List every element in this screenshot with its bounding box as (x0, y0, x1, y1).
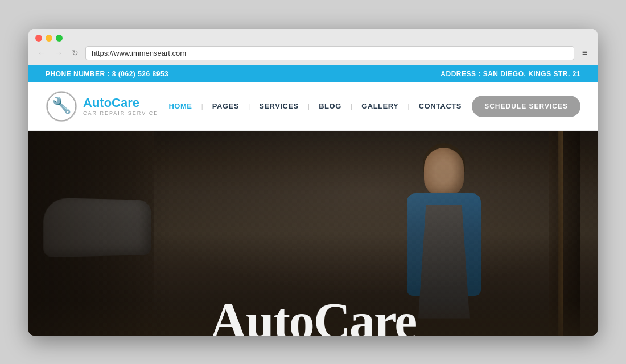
browser-chrome: ← → ↻ ≡ (28, 29, 598, 65)
hero-title: AutoCare (28, 296, 598, 336)
nav-home[interactable]: HOME (159, 102, 201, 110)
logo-area[interactable]: 🔧 AutoCare CAR REPAIR SERVICE (46, 90, 158, 122)
maximize-button[interactable] (56, 35, 63, 42)
nav-services[interactable]: SERVICES (250, 102, 308, 110)
svg-text:🔧: 🔧 (52, 96, 72, 115)
close-button[interactable] (35, 35, 42, 42)
nav-blog[interactable]: BLOG (310, 102, 351, 110)
address-bar[interactable] (85, 46, 574, 60)
top-bar: PHONE NUMBER : 8 (062) 526 8953 ADDRESS … (28, 65, 598, 82)
phone-number: PHONE NUMBER : 8 (062) 526 8953 (46, 70, 168, 78)
window-controls (35, 35, 591, 42)
person-head (424, 148, 464, 196)
schedule-services-button[interactable]: SCHEDULE SERVICES (472, 96, 580, 117)
browser-toolbar: ← → ↻ ≡ (35, 46, 591, 60)
logo-text: AutoCare CAR REPAIR SERVICE (83, 96, 158, 115)
back-button[interactable]: ← (35, 47, 48, 59)
nav-contacts[interactable]: CONTACTS (410, 102, 471, 110)
browser-menu-button[interactable]: ≡ (579, 47, 591, 59)
forward-button[interactable]: → (52, 47, 65, 59)
nav-pages[interactable]: PAGES (203, 102, 248, 110)
site-header: 🔧 AutoCare CAR REPAIR SERVICE HOME | PAG… (28, 82, 598, 131)
hero-text: AutoCare (28, 296, 598, 336)
main-navigation: HOME | PAGES | SERVICES | BLOG | GALLERY… (158, 102, 472, 110)
scene-car (43, 197, 151, 257)
minimize-button[interactable] (46, 35, 52, 42)
logo-icon: 🔧 (46, 90, 77, 122)
browser-window: ← → ↻ ≡ PHONE NUMBER : 8 (062) 526 8953 … (28, 29, 598, 336)
logo-tagline: CAR REPAIR SERVICE (83, 110, 158, 116)
logo-name: AutoCare (83, 96, 158, 110)
hero-section: AutoCare (28, 131, 598, 336)
website-content: PHONE NUMBER : 8 (062) 526 8953 ADDRESS … (28, 65, 598, 336)
nav-gallery[interactable]: GALLERY (352, 102, 407, 110)
address: ADDRESS : SAN DIEGO, KINGS STR. 21 (440, 70, 580, 78)
reload-button[interactable]: ↻ (69, 47, 81, 59)
